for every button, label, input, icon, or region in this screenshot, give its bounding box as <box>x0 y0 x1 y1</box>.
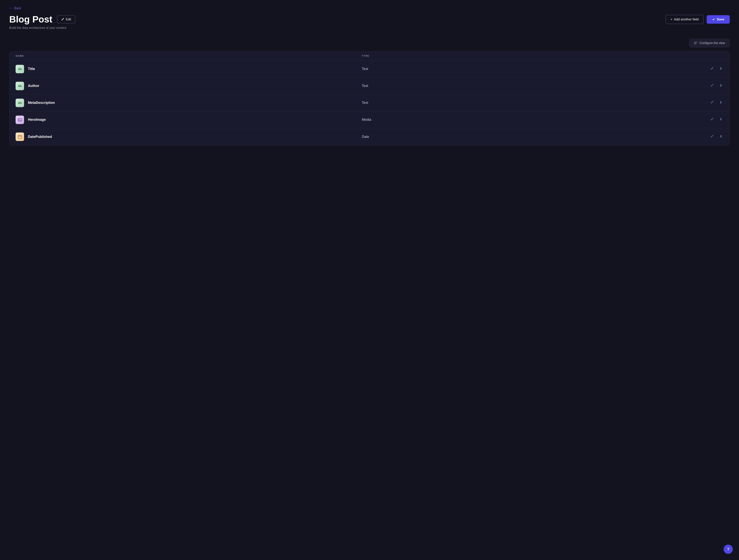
header-right: + Add another field Save <box>666 15 730 24</box>
table-header: NAME TYPE <box>9 51 730 60</box>
date-field-icon <box>16 133 24 141</box>
field-name-cell: HeroImage <box>16 116 362 124</box>
delete-field-button[interactable] <box>718 83 723 89</box>
field-icon-label: Ab <box>18 67 22 70</box>
type-column-header: TYPE <box>362 54 708 57</box>
configure-label: Configure the view <box>699 41 725 45</box>
edit-field-button[interactable] <box>710 117 715 123</box>
field-actions <box>708 83 723 89</box>
pencil-icon <box>61 18 64 21</box>
delete-field-button[interactable] <box>718 117 723 123</box>
edit-button[interactable]: Edit <box>57 15 76 23</box>
edit-field-button[interactable] <box>710 134 715 140</box>
field-name: Author <box>28 84 39 88</box>
edit-field-button[interactable] <box>710 66 715 72</box>
field-name: DatePublished <box>28 135 52 139</box>
header-row: Blog Post Edit + Add another field Save <box>9 14 730 25</box>
field-type: Text <box>362 67 708 71</box>
help-button[interactable]: ? <box>724 545 733 554</box>
table-row: Ab MetaDescription Text <box>9 95 730 111</box>
field-icon-label: Ab <box>18 101 22 105</box>
delete-field-button[interactable] <box>718 100 723 106</box>
field-name: HeroImage <box>28 118 46 122</box>
delete-field-button[interactable] <box>718 66 723 72</box>
save-button[interactable]: Save <box>707 15 730 24</box>
field-actions <box>708 100 723 106</box>
field-name-cell: Ab Author <box>16 82 362 90</box>
save-label: Save <box>717 17 724 21</box>
back-label: Back <box>14 7 21 10</box>
page-title: Blog Post <box>9 14 52 25</box>
text-field-icon: Ab <box>16 82 24 90</box>
plus-icon: + <box>671 17 673 21</box>
field-actions <box>708 117 723 123</box>
text-field-icon: Ab <box>16 99 24 107</box>
actions-column-header <box>708 54 723 57</box>
name-column-header: NAME <box>16 54 362 57</box>
add-field-label: Add another field <box>674 17 699 21</box>
svg-rect-2 <box>18 135 22 139</box>
help-label: ? <box>727 547 729 552</box>
field-name-cell: Ab Title <box>16 65 362 73</box>
edit-field-button[interactable] <box>710 100 715 106</box>
delete-field-button[interactable] <box>718 134 723 140</box>
calendar-icon <box>18 135 22 139</box>
field-type: Media <box>362 118 708 122</box>
header-left: Blog Post Edit <box>9 14 76 25</box>
table-row: Ab Author Text <box>9 77 730 95</box>
table-row: DatePublished Date <box>9 128 730 145</box>
configure-view-button[interactable]: Configure the view <box>689 39 730 47</box>
fields-table: NAME TYPE Ab Title Text <box>9 51 730 145</box>
back-arrow-icon: ← <box>9 6 13 10</box>
filter-icon <box>694 42 698 44</box>
field-type: Date <box>362 135 708 139</box>
edit-field-button[interactable] <box>710 83 715 89</box>
subtitle: Build the data architecture of your cont… <box>9 26 730 30</box>
table-row: HeroImage Media <box>9 111 730 128</box>
field-type: Text <box>362 84 708 88</box>
add-field-button[interactable]: + Add another field <box>666 15 704 24</box>
field-type: Text <box>362 101 708 105</box>
text-field-icon: Ab <box>16 65 24 73</box>
field-actions <box>708 66 723 72</box>
field-name: Title <box>28 67 35 71</box>
edit-label: Edit <box>66 18 71 21</box>
field-name-cell: Ab MetaDescription <box>16 99 362 107</box>
back-link[interactable]: ← Back <box>9 6 21 10</box>
media-field-icon <box>16 116 24 124</box>
configure-row: Configure the view <box>9 39 730 47</box>
field-actions <box>708 134 723 140</box>
table-row: Ab Title Text <box>9 60 730 77</box>
field-name-cell: DatePublished <box>16 133 362 141</box>
field-icon-label: Ab <box>18 84 22 87</box>
image-icon <box>18 118 22 122</box>
field-name: MetaDescription <box>28 101 55 105</box>
checkmark-icon <box>712 18 715 21</box>
